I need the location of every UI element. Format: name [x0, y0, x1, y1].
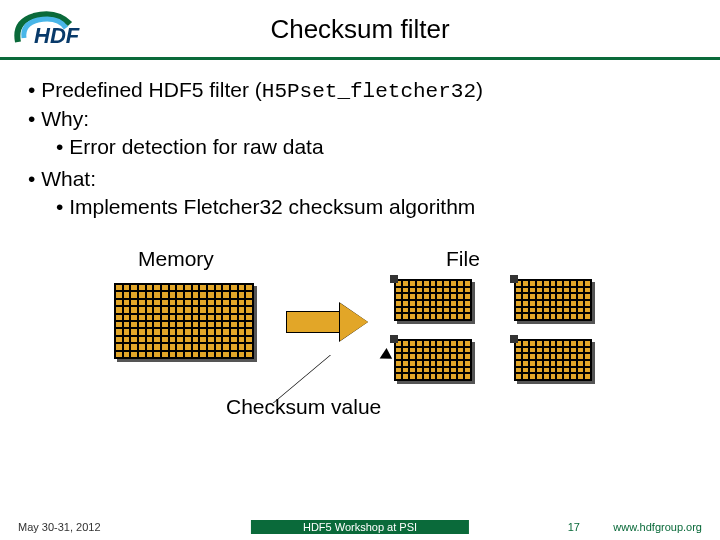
- bullet-text-suffix: ): [476, 78, 483, 101]
- file-block-4: [514, 339, 592, 381]
- bullet-what: What:: [28, 167, 692, 191]
- checksum-tag-icon: [510, 275, 518, 283]
- checksum-tag-icon: [390, 275, 398, 283]
- footer-date: May 30-31, 2012: [18, 521, 101, 533]
- footer-page-number: 17: [568, 521, 580, 533]
- footer-url: www.hdfgroup.org: [613, 521, 702, 533]
- arrow-head-icon: [340, 303, 368, 341]
- svg-text:HDF: HDF: [34, 23, 80, 48]
- checksum-value-label: Checksum value: [226, 395, 381, 419]
- checksum-tag-icon: [510, 335, 518, 343]
- slide-footer: May 30-31, 2012 HDF5 Workshop at PSI 17 …: [0, 520, 720, 540]
- footer-event: HDF5 Workshop at PSI: [251, 520, 469, 534]
- checksum-tag-icon: [390, 335, 398, 343]
- hdf-logo: HDF: [12, 8, 92, 50]
- bullet-why: Why:: [28, 107, 692, 131]
- memory-label: Memory: [138, 247, 214, 271]
- file-label: File: [446, 247, 480, 271]
- subbullet-error-detect: Error detection for raw data: [56, 135, 692, 159]
- slide-content: Predefined HDF5 filter (H5Pset_fletcher3…: [0, 60, 720, 467]
- memory-block: [114, 283, 254, 359]
- diagram: Memory File Checksum value: [28, 247, 692, 467]
- bullet-text: Predefined HDF5 filter (: [41, 78, 262, 101]
- code-func: H5Pset_fletcher32: [262, 80, 476, 103]
- arrow-body: [286, 311, 340, 333]
- subbullet-fletcher: Implements Fletcher32 checksum algorithm: [56, 195, 692, 219]
- file-block-2: [514, 279, 592, 321]
- slide-header: HDF Checksum filter: [0, 0, 720, 60]
- slide-title: Checksum filter: [0, 0, 720, 45]
- bullet-predefined: Predefined HDF5 filter (H5Pset_fletcher3…: [28, 78, 692, 103]
- file-block-1: [394, 279, 472, 321]
